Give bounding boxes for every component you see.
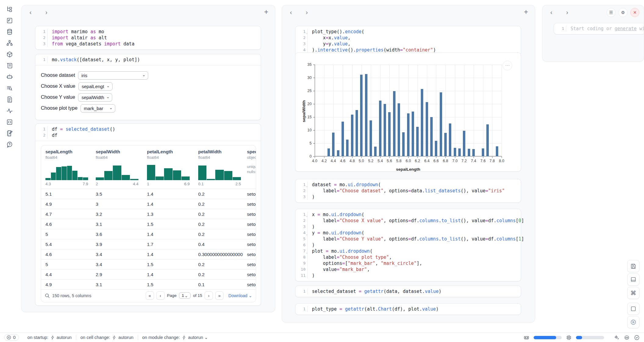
cell-selected-dataset[interactable]: 1selected_dataset = getattr(data, datase… bbox=[295, 286, 521, 297]
code-text[interactable]: x = mo.ui.dropdown( bbox=[308, 212, 364, 218]
code-text[interactable]: df bbox=[48, 132, 57, 138]
table-row[interactable]: 4.931.40.2setosa bbox=[41, 199, 256, 209]
table-column-header[interactable]: petalWidthfloat640.12.5 bbox=[194, 149, 243, 189]
code-line[interactable]: 2import altair as alt bbox=[35, 35, 261, 41]
code-line[interactable]: 10 value="mark_bar", bbox=[295, 266, 521, 273]
table-column-header[interactable]: sepalWidthfloat6424.4 bbox=[91, 149, 143, 189]
table-row[interactable]: 5.43.91.70.4setosa bbox=[41, 239, 256, 249]
code-text[interactable]: label="Choose dataset", options=data.lis… bbox=[308, 188, 505, 194]
search-icon[interactable] bbox=[45, 293, 50, 298]
code-text[interactable]: plot = mo.ui.dropdown( bbox=[308, 248, 373, 254]
save-button[interactable] bbox=[627, 260, 639, 272]
code-text[interactable]: import marimo as mo bbox=[48, 29, 104, 35]
chart-menu-button[interactable]: ⋯ bbox=[503, 61, 512, 70]
code-text[interactable]: ) bbox=[308, 242, 315, 248]
code-line[interactable]: 3 y=y.value, bbox=[295, 41, 521, 47]
panel-forward-button[interactable]: › bbox=[563, 8, 571, 16]
table-column-header[interactable]: sepalLengthfloat644.37.9 bbox=[41, 149, 91, 189]
chat-icon[interactable] bbox=[5, 72, 14, 82]
code-line[interactable]: 4).interactive().properties(width="conta… bbox=[295, 47, 521, 53]
code-text[interactable]: y = mo.ui.dropdown( bbox=[308, 230, 364, 236]
cell-dataset-dropdown[interactable]: 1⌄dataset = mo.ui.dropdown(2 label="Choo… bbox=[295, 179, 521, 203]
code-line[interactable]: 2df bbox=[35, 132, 261, 138]
table-row[interactable]: 4.63.41.40.30000000000000004setosa bbox=[41, 249, 256, 259]
documentation-icon[interactable] bbox=[5, 94, 14, 104]
cell-vstack[interactable]: 1mo.vstack([dataset, x, y, plot]) Choose… bbox=[35, 54, 261, 120]
code-line[interactable]: 5 label="Choose Y value", options=df.col… bbox=[295, 236, 521, 242]
datasources-icon[interactable] bbox=[5, 27, 14, 37]
runtime-config-item[interactable]: on cell change:autorun bbox=[76, 335, 138, 340]
code-text[interactable]: ) bbox=[308, 224, 315, 230]
code-line[interactable]: 1⌄x = mo.ui.dropdown( bbox=[295, 212, 521, 218]
code-text[interactable]: value="mark_bar", bbox=[308, 266, 370, 273]
code-line[interactable]: 3) bbox=[295, 224, 521, 230]
cell-plot-type[interactable]: 1plot_type = getattr(alt.Chart(df), plot… bbox=[295, 303, 521, 315]
runtime-config-item[interactable]: on module change:autorun ⌄ bbox=[138, 335, 213, 340]
generate-with-ai-link[interactable]: generate bbox=[615, 26, 637, 31]
panel-back-button[interactable]: ‹ bbox=[27, 8, 34, 16]
menu-button[interactable]: ☰ bbox=[606, 8, 616, 17]
code-line[interactable]: 1⌄dataset = mo.ui.dropdown( bbox=[295, 182, 521, 188]
code-text[interactable]: ) bbox=[308, 194, 315, 200]
table-row[interactable]: 4.93.11.50.1setosa bbox=[41, 279, 256, 289]
panel-layout-button[interactable] bbox=[627, 273, 639, 286]
panel-forward-button[interactable]: › bbox=[42, 8, 50, 16]
code-line[interactable]: 4⌄y = mo.ui.dropdown( bbox=[295, 230, 521, 236]
cell-df[interactable]: 1df = selected_dataset()2df sepalLengthf… bbox=[35, 123, 261, 306]
table-row[interactable]: 5.13.51.40.2setosa bbox=[41, 189, 256, 199]
code-text[interactable]: x=x.value, bbox=[308, 35, 350, 41]
table-column-header[interactable]: speciesobjectuniquenulls: bbox=[243, 149, 256, 189]
code-text[interactable]: from vega_datasets import data bbox=[48, 41, 134, 47]
dropdown-choose-plot-type[interactable]: mark_bar bbox=[80, 104, 115, 112]
scratchpad-icon[interactable] bbox=[5, 128, 14, 138]
code-text[interactable]: y=y.value, bbox=[308, 41, 350, 47]
command-palette-button[interactable]: ⌘ bbox=[627, 287, 639, 299]
snippets-icon[interactable] bbox=[5, 117, 14, 127]
dependency-graph-icon[interactable] bbox=[5, 38, 14, 48]
cell-imports[interactable]: 1import marimo as mo2import altair as al… bbox=[35, 26, 261, 50]
code-line[interactable]: 2 label="Choose X value", options=df.col… bbox=[295, 218, 521, 224]
connection-status-icon[interactable] bbox=[634, 335, 640, 340]
cell-xy-plot-dropdowns[interactable]: 1⌄x = mo.ui.dropdown(2 label="Choose X v… bbox=[295, 209, 521, 281]
code-text[interactable]: plot_type().encode( bbox=[308, 29, 364, 35]
last-page-button[interactable]: » bbox=[215, 291, 224, 300]
prev-page-button[interactable]: ‹ bbox=[156, 291, 165, 300]
code-line[interactable]: 3from vega_datasets import data bbox=[35, 41, 261, 47]
runtime-config-item[interactable]: on startup:autorun bbox=[23, 335, 76, 340]
dropdown-choose-y-value[interactable]: sepalWidth bbox=[78, 93, 112, 102]
code-text[interactable]: label="Choose plot type", bbox=[308, 254, 392, 260]
code-line[interactable]: 11) bbox=[295, 273, 521, 279]
packages-icon[interactable] bbox=[5, 49, 14, 59]
cell-empty[interactable]: 1 Start coding or generate with AI. bbox=[554, 23, 644, 34]
download-button[interactable]: Download ⌄ bbox=[228, 293, 252, 298]
code-text[interactable]: import altair as alt bbox=[48, 35, 107, 41]
code-text[interactable]: plot_type = getattr(alt.Chart(df), plot.… bbox=[308, 306, 438, 312]
search-list-icon[interactable] bbox=[5, 83, 14, 93]
code-text[interactable]: ) bbox=[308, 273, 315, 279]
dropdown-choose-x-value[interactable]: sepalLength bbox=[78, 82, 113, 91]
code-line[interactable]: 1selected_dataset = getattr(data, datase… bbox=[295, 288, 521, 294]
code-text[interactable]: selected_dataset = getattr(data, dataset… bbox=[308, 288, 441, 294]
file-explorer-icon[interactable] bbox=[5, 4, 14, 14]
terminal-button[interactable] bbox=[627, 303, 639, 315]
page-select[interactable]: 1 bbox=[179, 292, 191, 299]
first-page-button[interactable]: « bbox=[146, 291, 154, 300]
code-line[interactable]: 2 label="Choose dataset", options=data.l… bbox=[295, 188, 521, 194]
tracing-icon[interactable] bbox=[5, 106, 14, 116]
code-line[interactable]: 7⌄plot = mo.ui.dropdown( bbox=[295, 248, 521, 254]
settings-button[interactable]: ⚙ bbox=[618, 8, 628, 17]
table-column-header[interactable]: petalLengthfloat6416.9 bbox=[143, 149, 194, 189]
code-text[interactable]: df = selected_dataset() bbox=[48, 126, 115, 132]
code-text[interactable]: label="Choose Y value", options=df.colum… bbox=[308, 236, 524, 242]
editor-placeholder[interactable]: Start coding or generate with AI. bbox=[566, 26, 644, 32]
copilot-icon[interactable] bbox=[624, 335, 630, 340]
run-button[interactable] bbox=[627, 316, 639, 328]
next-page-button[interactable]: › bbox=[205, 291, 213, 300]
close-panel-button[interactable]: ✕ bbox=[630, 8, 639, 17]
table-row[interactable]: 53.41.50.2setosa bbox=[41, 259, 256, 269]
code-text[interactable]: options=["mark_bar", "mark_circle"], bbox=[308, 260, 422, 266]
add-cell-button[interactable]: + bbox=[522, 8, 530, 16]
code-line[interactable]: 8 label="Choose plot type", bbox=[295, 254, 521, 260]
code-text[interactable]: label="Choose X value", options=df.colum… bbox=[308, 218, 524, 224]
code-line[interactable]: 2 x=x.value, bbox=[295, 35, 521, 41]
